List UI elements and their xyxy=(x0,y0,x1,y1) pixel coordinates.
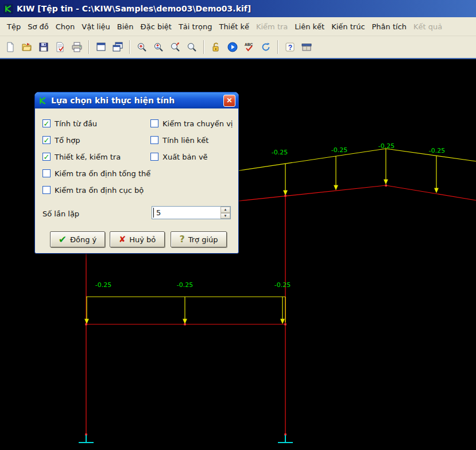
save-icon xyxy=(38,41,49,53)
checkbox-tinh-lien-ket[interactable]: Tính liên kết xyxy=(150,135,208,145)
toolbar-separator xyxy=(129,40,130,54)
checkbox-xuat-ban-ve[interactable]: Xuất bản vẽ xyxy=(150,152,208,161)
windows-cascade-button[interactable] xyxy=(110,40,125,55)
load-value-label: -0.25 xyxy=(424,148,450,154)
zoom-dynamic-icon xyxy=(153,41,164,53)
update-model-button[interactable] xyxy=(258,40,273,55)
close-button[interactable]: ✕ xyxy=(223,95,235,107)
spell-check-button[interactable]: ABC xyxy=(242,40,257,55)
load-value-label: -0.25 xyxy=(373,143,400,150)
toolbar: ABC ? xyxy=(0,36,476,59)
dialog-body: ✓ Tính từ đầu ✓ Tổ hợp ✓ Thiết kế, kiểm … xyxy=(35,108,238,253)
open-file-button[interactable] xyxy=(20,40,34,55)
menu-ket-qua: Kết quả xyxy=(410,19,446,34)
iterations-value: 5 xyxy=(153,208,220,218)
checkbox-tinh-tu-dau[interactable]: ✓ Tính từ đầu xyxy=(42,119,97,128)
checkbox-box[interactable]: ✓ xyxy=(42,136,51,144)
analysis-options-dialog: Lựa chọn khi thực hiện tính ✕ ✓ Tính từ … xyxy=(34,92,239,254)
open-folder-icon xyxy=(21,41,33,53)
zoom-extents-icon xyxy=(186,41,198,53)
ok-button[interactable]: ✔ Đồng ý xyxy=(50,231,105,247)
iterations-label: Số lần lặp xyxy=(42,210,79,218)
toolbar-separator xyxy=(203,40,204,54)
menu-tai-trong[interactable]: Tải trọng xyxy=(175,19,216,34)
dialog-title: Lựa chọn khi thực hiện tính xyxy=(51,96,220,105)
svg-text:?: ? xyxy=(288,44,292,52)
checkbox-box[interactable]: ✓ xyxy=(42,153,51,161)
checkbox-on-dinh-cuc-bo[interactable]: Kiểm tra ổn định cục bộ xyxy=(42,185,144,195)
checkbox-thiet-ke-kiem-tra[interactable]: ✓ Thiết kế, kiểm tra xyxy=(42,152,121,161)
checkbox-label: Tính từ đầu xyxy=(55,119,97,128)
new-document-icon xyxy=(5,41,16,53)
help-icon: ? xyxy=(284,41,296,53)
menu-phan-tich[interactable]: Phân tích xyxy=(369,19,411,34)
question-icon: ? xyxy=(179,235,184,244)
edit-document-button[interactable] xyxy=(53,40,68,55)
run-analysis-button[interactable] xyxy=(225,40,240,55)
support-right xyxy=(278,435,293,443)
floor-load-arrows xyxy=(85,297,284,323)
menu-dac-biet[interactable]: Đặc biệt xyxy=(137,19,175,34)
menu-tep[interactable]: Tệp xyxy=(3,19,24,34)
zoom-extents-button[interactable] xyxy=(184,40,199,55)
zoom-window-button[interactable] xyxy=(168,40,183,55)
window-title: KIW [Tệp tin - C:\KIW\Samples\demo03\Dem… xyxy=(17,4,251,13)
cancel-button-label: Huỷ bỏ xyxy=(129,235,156,244)
checkbox-to-hop[interactable]: ✓ Tổ hợp xyxy=(42,135,80,145)
checkbox-box[interactable] xyxy=(42,186,51,194)
load-value-label: -0.25 xyxy=(90,282,117,289)
spell-check-icon: ABC xyxy=(243,41,255,53)
new-document-button[interactable] xyxy=(3,40,18,55)
menu-so-do[interactable]: Sơ đồ xyxy=(24,19,52,34)
printer-icon xyxy=(71,41,83,53)
window-view-button[interactable] xyxy=(94,40,109,55)
save-file-button[interactable] xyxy=(36,40,51,55)
load-value-label: -0.25 xyxy=(326,147,353,154)
windows-cascade-icon xyxy=(112,41,123,53)
zoom-in-button[interactable] xyxy=(134,40,149,55)
menu-chon[interactable]: Chọn xyxy=(52,19,79,34)
checkbox-box[interactable] xyxy=(150,119,158,127)
dialog-icon xyxy=(38,96,48,106)
load-value-label: -0.25 xyxy=(266,149,293,156)
menu-lien-ket[interactable]: Liên kết xyxy=(291,19,328,34)
checkbox-kiem-tra-chuyen-vi[interactable]: Kiểm tra chuyển vị xyxy=(150,119,233,128)
unlock-button[interactable] xyxy=(208,40,223,55)
window-icon xyxy=(95,41,107,53)
menu-kien-truc[interactable]: Kiến trúc xyxy=(328,19,368,34)
checkbox-label: Thiết kế, kiểm tra xyxy=(55,153,121,161)
unlock-icon xyxy=(210,41,222,53)
checkbox-box[interactable] xyxy=(150,153,158,161)
load-value-label: -0.25 xyxy=(172,282,198,289)
checkbox-box[interactable] xyxy=(42,169,51,177)
menu-thiet-ke[interactable]: Thiết kế xyxy=(215,19,253,34)
checkbox-label: Tính liên kết xyxy=(162,136,208,145)
iterations-input[interactable]: 5 ▲ ▼ xyxy=(152,206,231,219)
help-dialog-button[interactable]: ? Trợ giúp xyxy=(171,231,227,247)
print-button[interactable] xyxy=(69,40,84,55)
zoom-dynamic-button[interactable] xyxy=(151,40,166,55)
spin-down-button[interactable]: ▼ xyxy=(220,213,230,219)
help-button[interactable]: ? xyxy=(282,40,297,55)
x-icon: ✘ xyxy=(119,235,126,244)
check-icon: ✔ xyxy=(59,235,67,245)
menu-vat-lieu[interactable]: Vật liệu xyxy=(78,19,114,34)
checkbox-label: Tổ hợp xyxy=(55,136,80,145)
zoom-window-icon xyxy=(169,41,181,53)
app-icon xyxy=(3,4,13,14)
cancel-button[interactable]: ✘ Huỷ bỏ xyxy=(110,231,165,247)
spinner: ▲ ▼ xyxy=(220,207,230,219)
title-bar[interactable]: KIW [Tệp tin - C:\KIW\Samples\demo03\Dem… xyxy=(0,0,476,17)
edit-check-document-icon xyxy=(55,41,66,53)
spin-up-button[interactable]: ▲ xyxy=(220,207,230,213)
menu-bien[interactable]: Biên xyxy=(114,19,137,34)
dialog-title-bar[interactable]: Lựa chọn khi thực hiện tính ✕ xyxy=(35,92,238,108)
checkbox-label: Kiểm tra ổn định tổng thể xyxy=(55,169,150,178)
menu-bar: Tệp Sơ đồ Chọn Vật liệu Biên Đặc biệt Tả… xyxy=(0,17,476,36)
checkbox-label: Kiểm tra ổn định cục bộ xyxy=(55,186,144,195)
checkbox-box[interactable]: ✓ xyxy=(42,119,51,127)
run-play-icon xyxy=(227,41,238,53)
checkbox-box[interactable] xyxy=(150,136,158,144)
export-button[interactable] xyxy=(299,40,314,55)
checkbox-on-dinh-tong-the[interactable]: Kiểm tra ổn định tổng thể xyxy=(42,169,150,178)
